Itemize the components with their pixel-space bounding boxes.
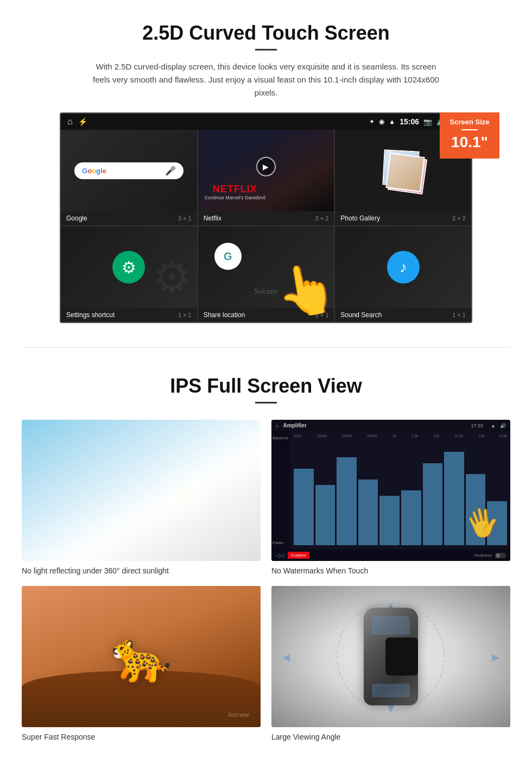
eq-bar-2[interactable] — [315, 485, 335, 545]
amp-back-icon[interactable]: ◁◁ — [276, 552, 284, 558]
section-description: With 2.5D curved-display screen, this de… — [87, 60, 445, 99]
amplifier-visual: ⌂ Amplifier 17:33 ▲ 🔊 Balance Fader — [271, 420, 510, 561]
badge-label: Screen Size — [444, 118, 495, 126]
sunlight-label: No light reflecting under 360° direct su… — [22, 566, 261, 575]
camera-icon[interactable]: 📷 — [423, 118, 432, 126]
maps-g-logo: G — [224, 250, 232, 263]
play-button[interactable]: ▶ — [256, 157, 276, 176]
app-name-netflix: Netflix — [204, 215, 221, 222]
netflix-info: NETFLIX Continue Marvel's Daredevil — [205, 184, 265, 200]
eq-bar-8[interactable] — [444, 452, 464, 545]
feature-fast: 🐆 Seicane Super Fast Response — [22, 586, 261, 741]
home-icon[interactable]: ⌂ — [67, 117, 73, 127]
section-curved-screen: 2.5D Curved Touch Screen With 2.5D curve… — [0, 0, 532, 342]
fast-label: Super Fast Response — [22, 733, 261, 741]
netflix-logo: NETFLIX — [205, 184, 265, 195]
amp-wifi-icon: ▲ — [491, 423, 496, 428]
eq-bar-7[interactable] — [423, 463, 443, 546]
app-cell-netflix[interactable]: ▶ NETFLIX Continue Marvel's Daredevil Ne… — [198, 130, 334, 225]
badge-divider — [461, 129, 478, 130]
app-name-gallery: Photo Gallery — [340, 215, 380, 222]
app-label-settings: Settings shortcut 1 × 1 — [61, 308, 197, 322]
gear-icon: ⚙ — [122, 258, 136, 277]
sound-icon[interactable]: ♪ — [387, 251, 420, 283]
sound-widget[interactable]: ♪ — [335, 226, 471, 308]
section-ips: IPS Full Screen View No light reflecting… — [0, 353, 532, 757]
loudness-label: loudness — [474, 553, 492, 558]
eq-bar-6[interactable] — [401, 490, 421, 545]
feature-sunlight: No light reflecting under 360° direct su… — [22, 420, 261, 575]
usb-icon: ⚡ — [78, 117, 87, 126]
app-size-settings: 1 × 1 — [178, 312, 192, 318]
right-arrow-icon: ▸ — [492, 648, 499, 666]
app-label-gallery: Photo Gallery 2 × 2 — [335, 211, 471, 225]
eq-bar-1[interactable] — [294, 469, 314, 545]
custom-button[interactable]: Custom — [288, 552, 309, 559]
app-name-settings: Settings shortcut — [66, 311, 115, 319]
photo-item-1 — [385, 153, 425, 192]
app-name-sound: Sound Search — [340, 311, 382, 319]
settings-icon[interactable]: ⚙ — [112, 251, 145, 283]
bg-gear-icon: ⚙ — [153, 252, 192, 302]
app-cell-settings[interactable]: ⚙ ⚙ Settings shortcut 1 × 1 — [61, 226, 197, 322]
status-bar: ⌂ ⚡ ✦ ◉ ▲ 15:06 📷 🔊 ✕ ◻ — [61, 113, 471, 130]
loudness-toggle[interactable] — [495, 553, 506, 558]
app-cell-google[interactable]: Google 🎤 Google 3 × 1 — [61, 130, 197, 225]
share-widget[interactable]: G 👆 — [198, 226, 334, 308]
amp-fader-label: Fader — [273, 540, 289, 545]
app-size-sound: 1 × 1 — [452, 312, 466, 318]
app-name-google: Google — [66, 215, 87, 222]
screen-wrapper: Screen Size 10.1" ⌂ ⚡ ✦ ◉ ▲ 15:06 📷 — [33, 112, 499, 323]
ips-divider — [255, 402, 277, 403]
amp-title: Amplifier — [283, 422, 306, 428]
title-divider — [255, 49, 277, 51]
viewing-label: Large Viewing Angle — [271, 733, 510, 741]
amp-body[interactable]: 60hz100hz200hz500hz1k2.5k10k12.5k15kSUB — [290, 431, 510, 550]
android-screen: ⌂ ⚡ ✦ ◉ ▲ 15:06 📷 🔊 ✕ ◻ — [60, 112, 472, 323]
cheetah-watermark: Seicane — [228, 710, 250, 719]
amp-footer: ◁◁ Custom loudness — [271, 550, 510, 561]
feature-grid: No light reflecting under 360° direct su… — [22, 420, 510, 741]
location-icon: ◉ — [379, 118, 384, 125]
app-label-sound: Sound Search 1 × 1 — [335, 308, 471, 322]
settings-widget[interactable]: ⚙ ⚙ — [61, 226, 197, 308]
netflix-subtitle: Continue Marvel's Daredevil — [205, 195, 265, 200]
left-arrow-icon: ◂ — [282, 648, 290, 666]
badge-value: 10.1" — [444, 134, 495, 151]
eq-bar-4[interactable] — [358, 480, 378, 545]
ips-title: IPS Full Screen View — [22, 375, 510, 398]
cheetah-visual: 🐆 Seicane — [22, 586, 261, 727]
photo-stack: 🌸 — [379, 146, 428, 195]
microphone-icon[interactable]: 🎤 — [165, 166, 176, 176]
hand-touch-icon: 👆 — [271, 257, 334, 322]
app-size-netflix: 3 × 2 — [315, 215, 329, 222]
app-size-gallery: 2 × 2 — [452, 215, 466, 222]
app-cell-sound[interactable]: ♪ Sound Search 1 × 1 — [335, 226, 471, 322]
app-name-share: Share location — [204, 311, 245, 319]
amp-home-icon: ⌂ — [276, 423, 278, 428]
amplifier-image-wrapper: ⌂ Amplifier 17:33 ▲ 🔊 Balance Fader — [271, 420, 510, 561]
google-widget[interactable]: Google 🎤 — [61, 130, 197, 211]
cheetah-image-wrapper: 🐆 Seicane — [22, 586, 261, 727]
screen-size-badge: Screen Size 10.1" — [440, 112, 499, 159]
eq-bar-5[interactable] — [379, 496, 400, 545]
app-cell-share[interactable]: G 👆 Share location 1 × 1 — [198, 226, 334, 322]
netflix-widget[interactable]: ▶ NETFLIX Continue Marvel's Daredevil — [198, 130, 334, 211]
google-search-bar[interactable]: Google 🎤 — [74, 162, 183, 179]
amp-balance-label: Balance — [273, 436, 289, 440]
car-top-view — [353, 602, 429, 711]
feature-viewing-angle: ◂ ▸ ▴ ▾ Large Viewing Angle — [271, 586, 510, 741]
sky-visual — [22, 420, 261, 561]
app-label-google: Google 3 × 1 — [61, 211, 197, 225]
app-grid: Google 🎤 Google 3 × 1 ▶ — [61, 130, 471, 322]
eq-bar-3[interactable] — [337, 457, 357, 545]
car-visual: ◂ ▸ ▴ ▾ — [271, 586, 510, 727]
app-label-netflix: Netflix 3 × 2 — [198, 211, 334, 225]
maps-icon[interactable]: G — [214, 243, 242, 270]
amp-vol-icon: 🔊 — [500, 423, 506, 428]
wifi-icon: ▲ — [389, 118, 395, 125]
status-left: ⌂ ⚡ — [67, 117, 87, 127]
amp-time: 17:33 — [471, 423, 484, 428]
sunlight-image — [22, 420, 261, 561]
app-size-google: 3 × 1 — [178, 215, 192, 222]
